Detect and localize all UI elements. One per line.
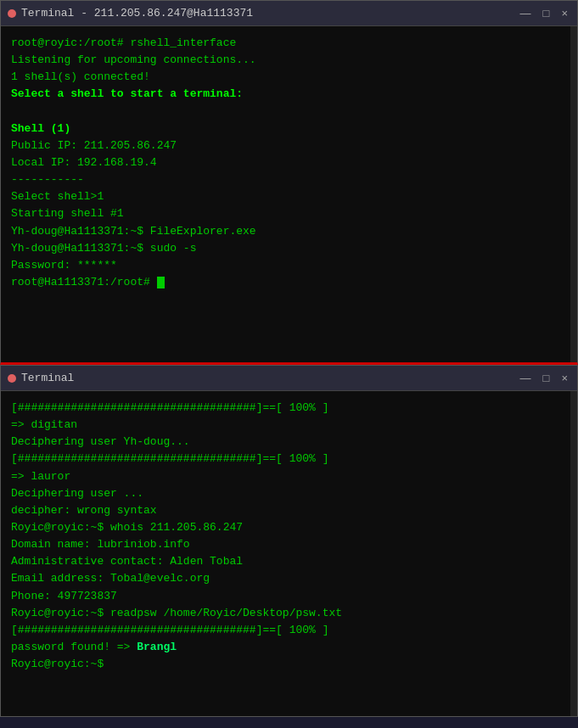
terminal-line: root@royic:/root# rshell_interface	[11, 35, 567, 52]
scrollbar-2[interactable]	[570, 391, 577, 716]
terminal-line: Administrative contact: Alden Tobal	[11, 553, 567, 570]
terminal-line: => lauror	[11, 468, 567, 485]
window-controls-2[interactable]: — □ ×	[518, 372, 570, 384]
terminal-line: Royic@royic:~$ whois 211.205.86.247	[11, 519, 567, 536]
cursor-icon	[157, 277, 165, 288]
terminal-line: Yh-doug@Ha1113371:~$ sudo -s	[11, 240, 567, 257]
terminal-body-2: [####################################]==…	[1, 391, 577, 716]
terminal-line: Password: ******	[11, 257, 567, 274]
window-title-2: Terminal	[21, 372, 74, 384]
titlebar-2: Terminal — □ ×	[1, 366, 577, 391]
minimize-button-2[interactable]: —	[518, 372, 534, 384]
window-dot-icon-2	[8, 374, 16, 383]
window-top: Terminal - 211.205.86.247@Ha1113371 — □ …	[0, 0, 578, 365]
terminal-line: Select shell>1	[11, 188, 567, 205]
terminal-line: 1 shell(s) connected!	[11, 69, 567, 86]
titlebar-left-1: Terminal - 211.205.86.247@Ha1113371	[8, 7, 253, 20]
terminal-line	[11, 104, 567, 120]
terminal-line: [####################################]==…	[11, 451, 567, 468]
titlebar-left-2: Terminal	[8, 372, 74, 384]
window-controls-1[interactable]: — □ ×	[518, 7, 570, 20]
terminal-line-prompt: root@Ha1113371:/root#	[11, 274, 567, 291]
minimize-button-1[interactable]: —	[518, 7, 534, 20]
terminal-line: Email address: Tobal@evelc.org	[11, 570, 567, 587]
terminal-line: [####################################]==…	[11, 622, 567, 639]
terminal-line: => digitan	[11, 417, 567, 434]
window-bottom: Terminal — □ × [########################…	[0, 365, 578, 717]
terminal-line: Local IP: 192.168.19.4	[11, 154, 567, 171]
terminal-line: -----------	[11, 171, 567, 188]
terminal-line: Starting shell #1	[11, 205, 567, 222]
terminal-line-prompt-2: Royic@royic:~$	[11, 656, 567, 673]
maximize-button-1[interactable]: □	[541, 7, 553, 20]
terminal-line: Deciphering user ...	[11, 485, 567, 502]
terminal-line: Deciphering user Yh-doug...	[11, 434, 567, 451]
scrollbar-1[interactable]	[570, 26, 577, 362]
password-value: Brangl	[137, 641, 177, 653]
close-button-1[interactable]: ×	[558, 7, 570, 20]
terminal-line: Select a shell to start a terminal:	[11, 86, 567, 103]
terminal-line: Public IP: 211.205.86.247	[11, 137, 567, 154]
titlebar-1: Terminal - 211.205.86.247@Ha1113371 — □ …	[1, 1, 577, 26]
terminal-line-password: password found! => Brangl	[11, 639, 567, 656]
terminal-line: Domain name: lubriniob.info	[11, 536, 567, 553]
terminal-line: Royic@royic:~$ readpsw /home/Royic/Deskt…	[11, 605, 567, 622]
terminal-body-wrapper-2: [####################################]==…	[1, 391, 577, 716]
terminal-line: Listening for upcoming connections...	[11, 52, 567, 69]
terminal-line: Phone: 497723837	[11, 588, 567, 605]
terminal-line: decipher: wrong syntax	[11, 502, 567, 519]
terminal-line: Yh-doug@Ha1113371:~$ FileExplorer.exe	[11, 223, 567, 240]
terminal-line: [####################################]==…	[11, 400, 567, 417]
close-button-2[interactable]: ×	[558, 372, 570, 384]
maximize-button-2[interactable]: □	[541, 372, 553, 384]
window-title-1: Terminal - 211.205.86.247@Ha1113371	[21, 7, 253, 20]
terminal-line-shell: Shell (1)	[11, 120, 567, 137]
terminal-body-1: root@royic:/root# rshell_interface Liste…	[1, 26, 577, 362]
terminal-body-wrapper-1: root@royic:/root# rshell_interface Liste…	[1, 26, 577, 362]
window-dot-icon	[8, 9, 16, 18]
